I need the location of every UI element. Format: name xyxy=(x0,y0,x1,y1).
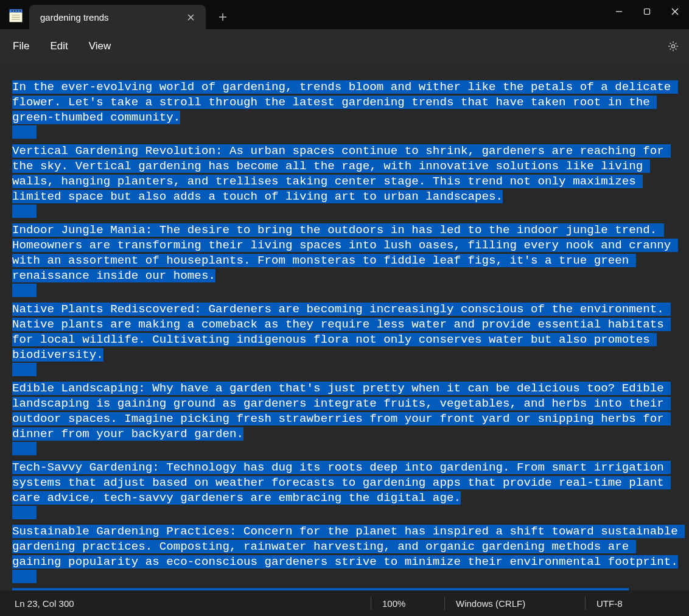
svg-point-7 xyxy=(16,10,18,12)
menu-file[interactable]: File xyxy=(2,35,40,57)
editor-area[interactable]: In the ever-evolving world of gardening,… xyxy=(0,63,689,590)
text-paragraph-8: Cottagecore Aesthetic: The romantic allu… xyxy=(12,588,629,590)
gear-icon xyxy=(667,40,679,52)
new-tab-button[interactable] xyxy=(211,5,235,29)
blank-line xyxy=(12,284,37,297)
text-paragraph-3: Indoor Jungle Mania: The desire to bring… xyxy=(12,223,678,282)
minimize-button[interactable] xyxy=(605,0,633,23)
tabs-area: gardening trends xyxy=(29,0,605,29)
editor-content[interactable]: In the ever-evolving world of gardening,… xyxy=(0,80,689,590)
notepad-app-icon xyxy=(7,6,24,23)
text-paragraph-2: Vertical Gardening Revolution: As urban … xyxy=(12,144,671,203)
menu-view[interactable]: View xyxy=(79,35,122,57)
menu-edit[interactable]: Edit xyxy=(40,35,78,57)
status-encoding[interactable]: UTF-8 xyxy=(586,590,689,616)
blank-line xyxy=(12,570,37,583)
status-bar: Ln 23, Col 300 100% Windows (CRLF) UTF-8 xyxy=(0,590,689,616)
blank-line xyxy=(12,442,37,455)
svg-point-8 xyxy=(19,10,21,12)
tab-close-icon[interactable] xyxy=(184,10,197,24)
window-controls xyxy=(605,0,689,23)
menu-bar: File Edit View xyxy=(0,29,689,63)
text-paragraph-5: Edible Landscaping: Why have a garden th… xyxy=(12,382,671,441)
settings-button[interactable] xyxy=(660,33,687,60)
text-paragraph-1: In the ever-evolving world of gardening,… xyxy=(12,80,678,124)
svg-point-6 xyxy=(14,10,15,12)
title-bar: gardening trends xyxy=(0,0,689,29)
maximize-button[interactable] xyxy=(633,0,661,23)
close-button[interactable] xyxy=(661,0,689,23)
text-paragraph-6: Tech-Savvy Gardening: Technology has dug… xyxy=(12,461,671,505)
tab-title: gardening trends xyxy=(40,12,184,23)
blank-line xyxy=(12,125,37,139)
status-line-endings[interactable]: Windows (CRLF) xyxy=(445,590,585,616)
svg-point-17 xyxy=(671,44,674,47)
svg-point-5 xyxy=(12,10,13,12)
svg-rect-14 xyxy=(645,9,650,15)
blank-line xyxy=(12,205,37,218)
text-paragraph-4: Native Plants Rediscovered: Gardeners ar… xyxy=(12,303,671,362)
status-cursor-position: Ln 23, Col 300 xyxy=(0,590,371,616)
text-paragraph-7: Sustainable Gardening Practices: Concern… xyxy=(12,525,685,569)
blank-line xyxy=(12,363,37,376)
tab-active[interactable]: gardening trends xyxy=(29,5,206,29)
blank-line xyxy=(12,506,37,519)
status-zoom[interactable]: 100% xyxy=(371,590,444,616)
